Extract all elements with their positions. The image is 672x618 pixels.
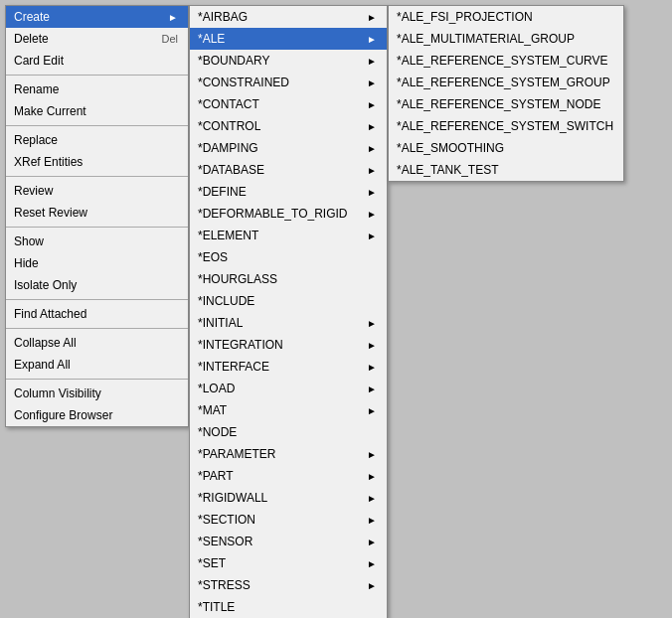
divider-1 bbox=[6, 75, 188, 76]
ale-item-reference-system-node-label: *ALE_REFERENCE_SYSTEM_NODE bbox=[397, 97, 600, 111]
menu-item-isolate-only[interactable]: Isolate Only bbox=[6, 274, 188, 296]
submenu-item-damping-arrow: ► bbox=[367, 143, 377, 154]
menu-item-show[interactable]: Show bbox=[6, 231, 188, 252]
submenu-item-rigidwall-arrow: ► bbox=[367, 493, 377, 504]
submenu-item-load-label: *LOAD bbox=[198, 382, 235, 395]
submenu-item-rigidwall[interactable]: *RIGIDWALL ► bbox=[190, 487, 387, 509]
divider-7 bbox=[6, 379, 188, 380]
submenu-item-rigidwall-label: *RIGIDWALL bbox=[198, 491, 267, 505]
submenu-item-database-label: *DATABASE bbox=[198, 163, 264, 177]
main-menu: Create ► Delete Del Card Edit Rename Mak… bbox=[5, 5, 189, 427]
submenu-item-interface-arrow: ► bbox=[367, 362, 377, 373]
submenu-item-interface[interactable]: *INTERFACE ► bbox=[190, 356, 387, 378]
ale-item-reference-system-node[interactable]: *ALE_REFERENCE_SYSTEM_NODE bbox=[389, 93, 623, 115]
submenu-item-boundary[interactable]: *BOUNDARY ► bbox=[190, 50, 387, 72]
menu-item-find-attached[interactable]: Find Attached bbox=[6, 303, 188, 325]
submenu-item-sensor[interactable]: *SENSOR ► bbox=[190, 531, 387, 552]
menu-item-column-visibility-label: Column Visibility bbox=[14, 386, 101, 400]
menu-item-delete[interactable]: Delete Del bbox=[6, 28, 188, 50]
submenu-item-define-arrow: ► bbox=[367, 187, 377, 198]
ale-item-reference-system-curve[interactable]: *ALE_REFERENCE_SYSTEM_CURVE bbox=[389, 50, 623, 72]
submenu-item-integration[interactable]: *INTEGRATION ► bbox=[190, 334, 387, 356]
submenu-item-airbag-label: *AIRBAG bbox=[198, 10, 248, 24]
menu-item-review[interactable]: Review bbox=[6, 180, 188, 202]
submenu-item-database-arrow: ► bbox=[367, 165, 377, 176]
submenu-item-load[interactable]: *LOAD ► bbox=[190, 378, 387, 399]
menu-item-rename-label: Rename bbox=[14, 82, 59, 96]
menu-item-collapse-all[interactable]: Collapse All bbox=[6, 332, 188, 354]
divider-4 bbox=[6, 227, 188, 228]
submenu-item-title[interactable]: *TITLE bbox=[190, 596, 387, 618]
submenu-item-control[interactable]: *CONTROL ► bbox=[190, 115, 387, 137]
create-submenu: *AIRBAG ► *ALE ► *BOUNDARY ► *CONSTRAINE… bbox=[189, 5, 388, 618]
submenu-item-set[interactable]: *SET ► bbox=[190, 552, 387, 574]
menu-item-configure-browser[interactable]: Configure Browser bbox=[6, 404, 188, 426]
menu-item-rename[interactable]: Rename bbox=[6, 78, 188, 100]
divider-2 bbox=[6, 125, 188, 126]
submenu-item-include[interactable]: *INCLUDE bbox=[190, 290, 387, 312]
submenu-item-initial[interactable]: *INITIAL ► bbox=[190, 312, 387, 334]
submenu-item-element[interactable]: *ELEMENT ► bbox=[190, 225, 387, 246]
submenu-item-database[interactable]: *DATABASE ► bbox=[190, 159, 387, 181]
menu-item-create[interactable]: Create ► bbox=[6, 6, 188, 28]
menu-item-card-edit[interactable]: Card Edit bbox=[6, 50, 188, 72]
menu-item-make-current-label: Make Current bbox=[14, 104, 86, 118]
submenu-item-node[interactable]: *NODE bbox=[190, 421, 387, 443]
menu-item-column-visibility[interactable]: Column Visibility bbox=[6, 383, 188, 404]
ale-item-reference-system-group[interactable]: *ALE_REFERENCE_SYSTEM_GROUP bbox=[389, 72, 623, 93]
submenu-item-eos[interactable]: *EOS bbox=[190, 246, 387, 268]
submenu-item-eos-label: *EOS bbox=[198, 250, 228, 264]
ale-item-reference-system-switch[interactable]: *ALE_REFERENCE_SYSTEM_SWITCH bbox=[389, 115, 623, 137]
menu-item-replace[interactable]: Replace bbox=[6, 129, 188, 151]
context-menu: Create ► Delete Del Card Edit Rename Mak… bbox=[5, 5, 624, 618]
divider-5 bbox=[6, 299, 188, 300]
submenu-item-control-arrow: ► bbox=[367, 121, 377, 132]
menu-item-make-current[interactable]: Make Current bbox=[6, 100, 188, 122]
ale-item-smoothing[interactable]: *ALE_SMOOTHING bbox=[389, 137, 623, 159]
submenu-item-part[interactable]: *PART ► bbox=[190, 465, 387, 487]
menu-item-show-label: Show bbox=[14, 234, 44, 248]
submenu-item-stress[interactable]: *STRESS ► bbox=[190, 574, 387, 596]
ale-submenu: *ALE_FSI_PROJECTION *ALE_MULTIMATERIAL_G… bbox=[388, 5, 624, 182]
menu-item-isolate-only-label: Isolate Only bbox=[14, 278, 77, 292]
submenu-item-constrained-arrow: ► bbox=[367, 77, 377, 88]
ale-item-fsi-projection[interactable]: *ALE_FSI_PROJECTION bbox=[389, 6, 623, 28]
menu-item-xref-entities[interactable]: XRef Entities bbox=[6, 151, 188, 173]
submenu-item-stress-label: *STRESS bbox=[198, 578, 251, 592]
menu-item-reset-review[interactable]: Reset Review bbox=[6, 202, 188, 224]
ale-item-multimaterial-group[interactable]: *ALE_MULTIMATERIAL_GROUP bbox=[389, 28, 623, 50]
menu-item-collapse-all-label: Collapse All bbox=[14, 336, 77, 350]
submenu-item-ale[interactable]: *ALE ► bbox=[190, 28, 387, 50]
submenu-item-include-label: *INCLUDE bbox=[198, 294, 254, 308]
menu-item-expand-all-label: Expand All bbox=[14, 358, 71, 372]
menu-item-create-label: Create bbox=[14, 10, 50, 24]
submenu-item-deformable-arrow: ► bbox=[367, 209, 377, 220]
ale-item-tank-test[interactable]: *ALE_TANK_TEST bbox=[389, 159, 623, 181]
submenu-item-damping[interactable]: *DAMPING ► bbox=[190, 137, 387, 159]
submenu-item-stress-arrow: ► bbox=[367, 580, 377, 591]
submenu-item-control-label: *CONTROL bbox=[198, 119, 260, 133]
menu-item-expand-all[interactable]: Expand All bbox=[6, 354, 188, 376]
submenu-item-mat-label: *MAT bbox=[198, 403, 227, 417]
submenu-item-airbag[interactable]: *AIRBAG ► bbox=[190, 6, 387, 28]
submenu-item-section[interactable]: *SECTION ► bbox=[190, 509, 387, 531]
ale-item-reference-system-group-label: *ALE_REFERENCE_SYSTEM_GROUP bbox=[397, 76, 610, 89]
menu-item-hide[interactable]: Hide bbox=[6, 252, 188, 274]
menu-item-delete-shortcut: Del bbox=[161, 33, 178, 45]
submenu-item-part-label: *PART bbox=[198, 469, 234, 483]
menu-item-configure-browser-label: Configure Browser bbox=[14, 408, 112, 422]
submenu-item-contact[interactable]: *CONTACT ► bbox=[190, 93, 387, 115]
submenu-item-constrained[interactable]: *CONSTRAINED ► bbox=[190, 72, 387, 93]
menu-item-card-edit-label: Card Edit bbox=[14, 54, 64, 68]
menu-item-review-label: Review bbox=[14, 184, 53, 198]
submenu-item-define[interactable]: *DEFINE ► bbox=[190, 181, 387, 203]
submenu-item-deformable-label: *DEFORMABLE_TO_RIGID bbox=[198, 207, 347, 221]
submenu-item-damping-label: *DAMPING bbox=[198, 141, 258, 155]
submenu-item-deformable[interactable]: *DEFORMABLE_TO_RIGID ► bbox=[190, 203, 387, 225]
submenu-item-initial-label: *INITIAL bbox=[198, 316, 243, 330]
submenu-item-parameter[interactable]: *PARAMETER ► bbox=[190, 443, 387, 465]
submenu-item-mat[interactable]: *MAT ► bbox=[190, 399, 387, 421]
submenu-item-hourglass[interactable]: *HOURGLASS bbox=[190, 268, 387, 290]
submenu-item-section-label: *SECTION bbox=[198, 513, 255, 527]
submenu-item-integration-arrow: ► bbox=[367, 340, 377, 351]
